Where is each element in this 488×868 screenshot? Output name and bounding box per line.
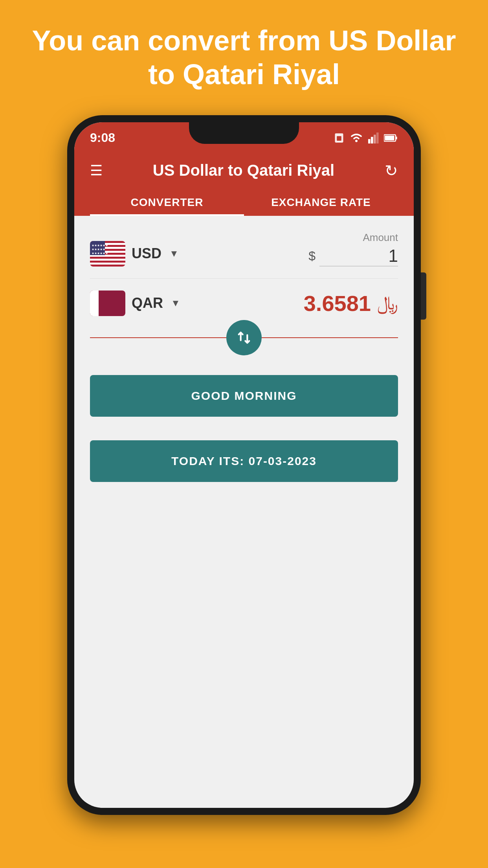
- sim-icon: [334, 132, 345, 143]
- refresh-icon[interactable]: ↻: [385, 162, 398, 180]
- svg-rect-3: [368, 139, 371, 143]
- status-bar: 9:08: [74, 122, 414, 154]
- battery-icon: [384, 133, 398, 143]
- svg-rect-15: [90, 257, 125, 259]
- usd-section: ★★★★★★ ★★★★★ ★★★★★★ USD ▼ Amount $: [90, 232, 398, 267]
- svg-text:★★★★★★: ★★★★★★: [92, 244, 108, 247]
- signal-icon: [368, 132, 379, 143]
- usd-currency-selector[interactable]: ★★★★★★ ★★★★★ ★★★★★★ USD ▼: [90, 241, 179, 267]
- wifi-icon: [349, 132, 363, 143]
- from-currency-symbol: $: [308, 249, 316, 263]
- date-button[interactable]: TODAY ITS: 07-03-2023: [90, 440, 398, 482]
- app-title-row: ☰ US Dollar to Qatari Riyal ↻: [90, 162, 398, 189]
- status-icons: [334, 132, 398, 143]
- from-currency-dropdown[interactable]: ▼: [169, 248, 179, 259]
- tab-converter[interactable]: CONVERTER: [90, 189, 244, 216]
- phone-screen: 9:08 ☰ US Dollar to Qatari Riyal: [74, 122, 414, 808]
- phone-mockup: 9:08 ☰ US Dollar to Qatari Riyal: [67, 115, 421, 823]
- qar-symbol: ﷼: [377, 292, 398, 314]
- svg-rect-16: [90, 261, 125, 263]
- promo-heading: You can convert from US Dollar to Qatari…: [0, 0, 488, 107]
- amount-input[interactable]: [319, 246, 398, 267]
- swap-button[interactable]: [226, 320, 262, 355]
- svg-rect-5: [374, 134, 376, 143]
- swap-line-right: [262, 337, 398, 338]
- tabs-row: CONVERTER EXCHANGE RATE: [90, 189, 398, 216]
- amount-label: Amount: [179, 232, 398, 244]
- svg-point-2: [355, 140, 358, 142]
- hamburger-menu-icon[interactable]: ☰: [90, 164, 103, 178]
- app-header: ☰ US Dollar to Qatari Riyal ↻ CONVERTER …: [74, 154, 414, 216]
- svg-text:★★★★★: ★★★★★: [92, 248, 105, 251]
- svg-rect-9: [385, 136, 394, 140]
- svg-rect-23: [90, 291, 99, 316]
- svg-rect-6: [376, 132, 379, 143]
- swap-line-left: [90, 337, 226, 338]
- to-currency-dropdown[interactable]: ▼: [171, 298, 180, 309]
- qar-flag: [90, 291, 125, 316]
- app-title: US Dollar to Qatari Riyal: [153, 162, 334, 179]
- tab-exchange-rate[interactable]: EXCHANGE RATE: [244, 189, 398, 216]
- svg-rect-17: [90, 265, 125, 267]
- qar-section: QAR ▼ 3.6581 ﷼: [90, 291, 398, 316]
- status-time: 9:08: [90, 131, 115, 145]
- converted-value: 3.6581: [187, 291, 371, 316]
- qar-currency-selector[interactable]: QAR ▼: [90, 291, 180, 316]
- usd-flag: ★★★★★★ ★★★★★ ★★★★★★: [90, 241, 125, 267]
- svg-rect-8: [396, 136, 397, 139]
- amount-row: $: [179, 246, 398, 267]
- from-currency-code: USD: [132, 245, 161, 262]
- phone-shell: 9:08 ☰ US Dollar to Qatari Riyal: [67, 115, 421, 815]
- notch: [189, 122, 299, 144]
- swap-container: [90, 320, 398, 355]
- converted-result: 3.6581 ﷼: [187, 291, 398, 316]
- to-currency-code: QAR: [132, 295, 163, 311]
- svg-rect-4: [371, 137, 373, 143]
- section-divider-top: [90, 278, 398, 279]
- amount-section: Amount $: [179, 232, 398, 267]
- app-content: ★★★★★★ ★★★★★ ★★★★★★ USD ▼ Amount $: [74, 216, 414, 521]
- svg-text:★★★★★★: ★★★★★★: [92, 252, 108, 255]
- good-morning-button[interactable]: GOOD MORNING: [90, 375, 398, 417]
- svg-rect-1: [337, 136, 341, 141]
